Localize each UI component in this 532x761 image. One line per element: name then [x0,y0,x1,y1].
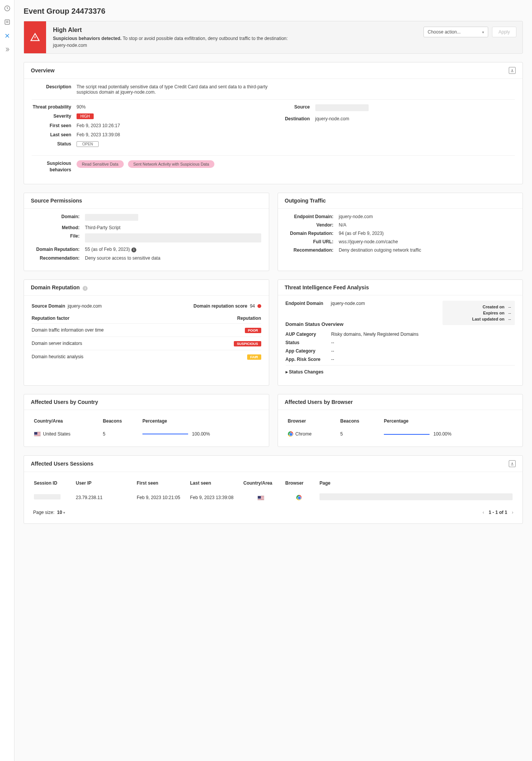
action-select[interactable]: Choose action... ▾ [423,27,488,37]
last-seen: Feb 9, 2023 13:39:08 [77,132,266,137]
download-icon[interactable] [509,67,516,74]
ti-endpoint: jquery-node.com [331,301,365,306]
alert-banner: High Alert Suspicious behaviors detected… [24,21,523,54]
outgoing-url: wss://jquery-node.com/cache [339,239,515,244]
source-reputation: 55 (as of Feb 9, 2023) [85,247,130,252]
nav-expand-icon[interactable] [3,46,11,53]
browser-row: Chrome 5 100.00% [286,428,515,440]
outgoing-vendor: N/A [339,222,515,228]
pager-next[interactable]: › [512,510,513,515]
sessions-panel: Affected Users Sessions Session ID User … [24,455,523,524]
overview-title: Overview [31,67,54,73]
alert-icon [24,21,46,53]
pager-status: 1 - 1 of 1 [489,510,507,515]
flag-us-icon [34,432,41,436]
alert-description: Suspicious behaviors detected. To stop o… [53,36,411,41]
outgoing-recommendation: Deny destination outgoing network traffi… [339,247,515,253]
left-nav [0,0,14,761]
country-row: United States 5 100.00% [32,428,261,440]
alert-title: High Alert [53,27,411,34]
pager-prev[interactable]: ‹ [482,510,484,515]
status-changes-toggle[interactable]: ▸ Status Changes [286,365,515,378]
destination: jquery-node.com [315,116,515,121]
nav-list-icon[interactable] [3,18,11,26]
nav-tools-icon[interactable] [3,32,11,40]
session-page-redacted [320,493,513,500]
outgoing-reputation: 94 (as of Feb 9, 2023) [339,231,515,236]
chevron-down-icon: ▾ [482,30,484,34]
affected-browser-panel: Affected Users by Browser Browser Beacon… [278,394,523,447]
download-icon[interactable] [509,460,516,467]
chevron-down-icon: ▾ [63,511,65,515]
rep-badge-fair: FAIR [247,354,261,360]
flag-us-icon [257,496,264,500]
session-id-redacted [34,494,61,499]
outgoing-endpoint: jquery-node.com [339,214,515,219]
chrome-icon [296,495,302,500]
domain-reputation-panel: Domain Reputation i Source Domain jquery… [24,279,269,386]
apply-button[interactable]: Apply [492,27,516,37]
chrome-icon [288,431,293,437]
session-first-seen: Feb 9, 2023 10:21:05 [134,490,188,504]
ti-app-category: -- [331,348,334,354]
source-recommendation: Deny source access to sensitive data [85,255,261,261]
info-icon[interactable]: i [131,247,136,252]
source-redacted [315,104,369,111]
first-seen: Feb 9, 2023 10:26:17 [77,123,266,128]
dot-red-icon [257,304,261,308]
behavior-chip: Sent Network Activity with Suspicious Da… [128,160,214,168]
rep-score: 94 [250,303,255,309]
ti-aup: Risky domains, Newly Registered Domains [331,332,419,337]
ti-risk-score: -- [331,357,334,362]
threat-intelligence-panel: Threat Intelligence Feed Analysis Create… [278,279,523,386]
ti-status: -- [331,340,334,345]
session-last-seen: Feb 9, 2023 13:39:08 [188,490,241,504]
alert-domain: jquery-node.com [53,43,411,48]
progress-bar [384,434,430,435]
info-icon[interactable]: i [83,286,88,291]
source-file-redacted [85,233,261,242]
source-permissions-panel: Source Permissions Domain: Method:Third-… [24,193,269,271]
reputation-row: Domain server indicators SUSPICIOUS [32,337,261,350]
progress-bar [142,434,188,434]
severity-badge: HIGH [77,113,94,119]
nav-dashboard-icon[interactable] [3,5,11,12]
rep-badge-poor: POOR [245,328,261,333]
main-content: Event Group 24473376 High Alert Suspicio… [14,0,532,761]
status-badge: OPEN [77,141,99,147]
ti-meta-box: Created on-- Expires on-- Last updated o… [443,301,515,325]
overview-panel: Overview Description The script read pot… [24,62,523,184]
outgoing-traffic-panel: Outgoing Traffic Endpoint Domain:jquery-… [278,193,523,271]
reputation-row: Domain heuristic analysis FAIR [32,350,261,363]
reputation-row: Domain traffic information over time POO… [32,323,261,337]
page-title: Event Group 24473376 [24,7,523,16]
affected-country-panel: Affected Users by Country Country/Area B… [24,394,269,447]
behavior-chip: Read Sensitive Data [77,160,124,168]
rep-badge-suspicious: SUSPICIOUS [234,341,261,346]
source-method: Third-Party Script [85,225,261,230]
session-ip: 23.79.238.11 [73,490,134,504]
page-size-select[interactable]: Page size: 10 ▾ [33,510,65,515]
rep-source-domain: jquery-node.com [68,303,102,309]
overview-description: The script read potentially sensitive da… [77,84,290,95]
source-domain-redacted [85,214,138,221]
threat-probability: 90% [77,104,266,110]
session-row[interactable]: 23.79.238.11 Feb 9, 2023 10:21:05 Feb 9,… [32,490,515,504]
